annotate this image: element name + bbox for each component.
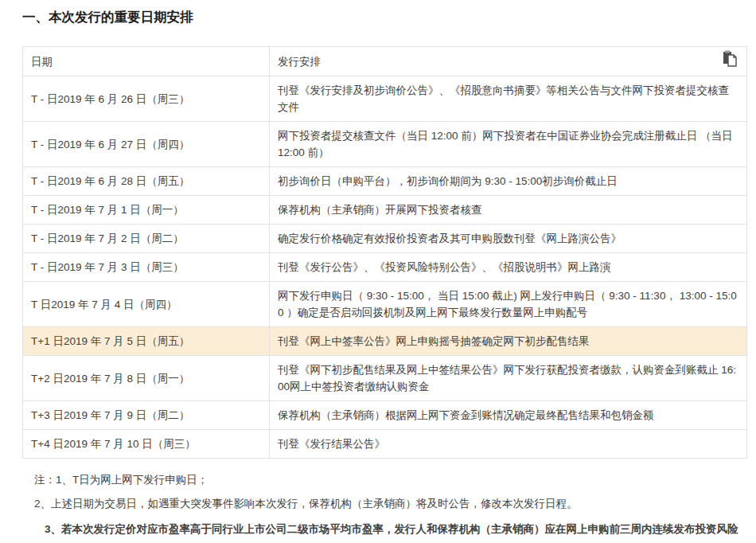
- date-cell: T - 日2019 年 6 月 27 日（周四）: [23, 122, 270, 167]
- date-cell: T+4 日2019 年 7 月 10 日（周三）: [23, 430, 270, 459]
- copy-icon[interactable]: [723, 50, 737, 67]
- arrangement-cell: 保荐机构（主承销商）开展网下投资者核查: [270, 196, 747, 225]
- arrangement-cell: 刊登《发行结果公告》: [270, 430, 747, 459]
- arrangement-cell: 确定发行价格确定有效报价投资者及其可申购股数刊登《网上路演公告》: [270, 225, 747, 253]
- table-row: T - 日2019 年 7 月 1 日（周一） 保荐机构（主承销商）开展网下投资…: [23, 196, 747, 225]
- date-cell: T+1 日2019 年 7 月 5 日（周五）: [23, 327, 270, 356]
- arrangement-cell: 刊登《发行安排及初步询价公告》、《招股意向书摘要》等相关公告与文件网下投资者提交…: [270, 76, 747, 122]
- arrangement-cell: 网下发行申购日（ 9:30 - 15:00， 当日 15:00 截止) 网上发行…: [270, 282, 747, 327]
- date-column-header: 日期: [23, 47, 270, 76]
- table-row: T+4 日2019 年 7 月 10 日（周三） 刊登《发行结果公告》: [23, 430, 747, 459]
- arrangement-cell: 刊登《网下初步配售结果及网上中签结果公告》网下发行获配投资者缴款，认购资金到账截…: [270, 356, 747, 401]
- arrangement-cell: 刊登《发行公告》、《投资风险特别公告》、《招股说明书》网上路演: [270, 253, 747, 282]
- table-row: T - 日2019 年 7 月 3 日（周三） 刊登《发行公告》、《投资风险特别…: [23, 253, 747, 282]
- note-3: 3、若本次发行定价对应市盈率高于同行业上市公司二级市场平均市盈率，发行人和保荐机…: [16, 519, 746, 543]
- table-body: T - 日2019 年 6 月 26 日（周三） 刊登《发行安排及初步询价公告》…: [23, 76, 747, 459]
- arrangement-column-header: 发行安排: [270, 47, 747, 76]
- issuance-schedule-table: 日期 发行安排 T - 日2019 年 6 月 26 日（周三） 刊登: [22, 46, 747, 459]
- table-row: T+3 日2019 年 7 月 9 日（周二） 保荐机构（主承销商）根据网上网下…: [23, 401, 747, 430]
- table-row: T - 日2019 年 6 月 28 日（周五） 初步询价日（申购平台），初步询…: [23, 167, 747, 196]
- table-row: T 日2019 年 7 月 4 日（周四） 网下发行申购日（ 9:30 - 15…: [23, 282, 747, 327]
- date-cell: T - 日2019 年 6 月 28 日（周五）: [23, 167, 270, 196]
- table-row: T - 日2019 年 7 月 2 日（周二） 确定发行价格确定有效报价投资者及…: [23, 225, 747, 253]
- announcement-page: 一、本次发行的重要日期安排 日期 发行安排: [0, 0, 756, 543]
- arrangement-cell: 初步询价日（申购平台），初步询价期间为 9:30 - 15:00初步询价截止日: [270, 167, 747, 196]
- note-1: 注：1、T日为网上网下发行申购日；: [34, 471, 746, 488]
- arrangement-header-label: 发行安排: [278, 56, 321, 68]
- date-cell: T - 日2019 年 7 月 1 日（周一）: [23, 196, 270, 225]
- page-title: 一、本次发行的重要日期安排: [22, 8, 746, 25]
- date-cell: T+3 日2019 年 7 月 9 日（周二）: [23, 401, 270, 430]
- arrangement-cell: 保荐机构（主承销商）根据网上网下资金到账情况确定最终配售结果和包销金额: [270, 401, 747, 430]
- table-row-highlighted: T+1 日2019 年 7 月 5 日（周五） 刊登《网上中签率公告》网上申购摇…: [23, 327, 747, 356]
- table-row: T+2 日2019 年 7 月 8 日（周一） 刊登《网下初步配售结果及网上中签…: [23, 356, 747, 401]
- arrangement-cell: 网下投资者提交核查文件（当日 12:00 前）网下投资者在中国证券业协会完成注册…: [270, 122, 747, 167]
- date-cell: T - 日2019 年 7 月 3 日（周三）: [23, 253, 270, 282]
- table-row: T - 日2019 年 6 月 27 日（周四） 网下投资者提交核查文件（当日 …: [23, 122, 747, 167]
- date-cell: T+2 日2019 年 7 月 8 日（周一）: [23, 356, 270, 401]
- notes-section: 注：1、T日为网上网下发行申购日； 2、上述日期为交易日，如遇重大突发事件影响本…: [22, 471, 746, 543]
- table-row: T - 日2019 年 6 月 26 日（周三） 刊登《发行安排及初步询价公告》…: [23, 76, 747, 122]
- arrangement-cell: 刊登《网上中签率公告》网上申购摇号抽签确定网下初步配售结果: [270, 327, 747, 356]
- date-cell: T - 日2019 年 7 月 2 日（周二）: [23, 225, 270, 253]
- date-cell: T 日2019 年 7 月 4 日（周四）: [23, 282, 270, 327]
- note-2: 2、上述日期为交易日，如遇重大突发事件影响本次发行，保荐机构（主承销商）将及时公…: [34, 495, 746, 512]
- table-header-row: 日期 发行安排: [23, 47, 747, 76]
- date-cell: T - 日2019 年 6 月 26 日（周三）: [23, 76, 270, 122]
